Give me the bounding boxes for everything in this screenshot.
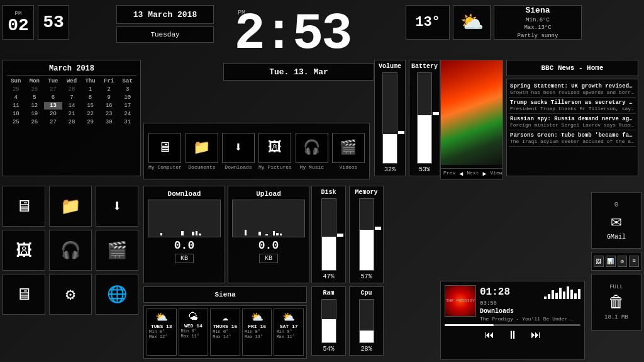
- cal-day[interactable]: 1: [81, 86, 99, 93]
- cal-day[interactable]: 21: [63, 110, 81, 118]
- cal-day[interactable]: 28: [63, 86, 81, 93]
- cpu-label: Cpu: [360, 290, 372, 297]
- desktop-icon-box: ⬇: [222, 133, 255, 163]
- cal-day[interactable]: 12: [26, 102, 44, 110]
- calendar-widget: March 2018 SunMonTueWedThuFriSat25262728…: [3, 60, 141, 176]
- cal-day[interactable]: 18: [7, 110, 25, 118]
- cal-day[interactable]: 9: [100, 94, 118, 101]
- desktop-icon-my-pictures[interactable]: 🖼 My Pictures: [258, 133, 292, 170]
- net-bar: [181, 231, 184, 235]
- side-icon-settings[interactable]: ⚙: [49, 274, 92, 315]
- viz-bar: [552, 290, 554, 299]
- news-headline: Trump sacks Tillerson as secretary of st…: [510, 99, 635, 106]
- forecast-day-name: TUES 13: [151, 324, 172, 329]
- cal-day[interactable]: 6: [44, 94, 62, 101]
- music-total-time: 03:56: [480, 300, 580, 307]
- cal-day[interactable]: 8: [81, 94, 99, 101]
- cal-day[interactable]: 14: [63, 102, 81, 110]
- desktop-icon-my-music[interactable]: 🎧 My Music: [296, 133, 328, 170]
- news-item[interactable]: Trump sacks Tillerson as secretary of st…: [509, 98, 636, 114]
- ram-value: 54%: [323, 346, 334, 353]
- cal-day[interactable]: 24: [118, 110, 136, 118]
- viz-bar: [563, 291, 565, 299]
- cal-day[interactable]: 11: [7, 102, 25, 110]
- forecast-title-widget: Siena: [143, 286, 307, 303]
- music-top-row: THE PRODIGY 01:28 03:56 Downloads The Pr…: [445, 285, 580, 322]
- cal-day[interactable]: 4: [7, 94, 25, 101]
- mini-widget-1[interactable]: 🖼: [594, 256, 604, 267]
- next-btn[interactable]: Next: [467, 170, 479, 178]
- cal-day[interactable]: 29: [81, 118, 99, 126]
- side-icon-photos[interactable]: 🖼: [3, 230, 45, 271]
- side-icon-music[interactable]: 🎧: [49, 230, 92, 271]
- prev-btn[interactable]: Prev: [443, 170, 455, 178]
- cal-day[interactable]: 10: [118, 94, 136, 101]
- cal-day[interactable]: 27: [44, 118, 62, 126]
- hour-widget: PM 02: [3, 5, 34, 40]
- trash-full-label: FULL: [609, 284, 623, 290]
- memory-label: Memory: [355, 189, 377, 196]
- music-progress-bar: [445, 324, 580, 326]
- cal-day[interactable]: 15: [81, 102, 99, 110]
- battery-value: 53%: [419, 166, 430, 173]
- cal-day[interactable]: 25: [7, 86, 25, 93]
- side-icon-download[interactable]: ⬇: [96, 186, 138, 227]
- news-item[interactable]: Parsons Green: Tube bomb 'became fantasy…: [509, 130, 636, 147]
- desktop-icon-box: 🎧: [296, 133, 328, 163]
- net-bar: [245, 230, 247, 235]
- cal-day[interactable]: 17: [118, 102, 136, 110]
- desktop-icon-my-computer[interactable]: 🖥 My Computer: [148, 133, 182, 170]
- next-track-btn[interactable]: ⏭: [531, 329, 541, 341]
- cal-day[interactable]: 26: [26, 86, 44, 93]
- side-icon-computer[interactable]: 🖥: [3, 186, 45, 227]
- desktop-icon-downloads[interactable]: ⬇ Downloads: [222, 133, 255, 170]
- cal-day[interactable]: 5: [26, 94, 44, 101]
- cal-day[interactable]: 23: [100, 110, 118, 118]
- news-item[interactable]: Russian spy: Russia demand nerve agent s…: [509, 114, 636, 130]
- prev-track-btn[interactable]: ⏮: [484, 329, 494, 341]
- disk-bar-track: [321, 198, 336, 271]
- desktop-icon-videos[interactable]: 🎬 Videos: [332, 133, 365, 170]
- battery-bar-track: [417, 72, 432, 164]
- music-visualizer: [544, 285, 580, 299]
- ram-bar-track: [321, 299, 336, 343]
- volume-fill: [383, 134, 397, 163]
- nav-next-icon: ▶: [482, 170, 486, 178]
- music-time-row: 01:28: [480, 285, 580, 299]
- photo-image: [441, 60, 502, 165]
- weather-city: Siena: [525, 5, 550, 16]
- cal-day[interactable]: 20: [44, 110, 62, 118]
- side-icon-web[interactable]: 🌐: [96, 274, 138, 315]
- side-icon-video[interactable]: 🎬: [96, 230, 138, 271]
- side-icon-monitor[interactable]: 🖥: [3, 274, 45, 315]
- view-btn[interactable]: View: [490, 170, 502, 178]
- cal-day[interactable]: 3: [118, 86, 136, 93]
- mini-widget-3[interactable]: ⚙: [618, 256, 628, 267]
- minute-widget: 53: [38, 5, 69, 40]
- pause-btn[interactable]: ⏸: [507, 329, 518, 342]
- cal-day[interactable]: 7: [63, 94, 81, 101]
- memory-widget: Memory 57%: [349, 186, 384, 283]
- cal-day[interactable]: 22: [81, 110, 99, 118]
- gmail-widget[interactable]: 0 ✉ GMail: [591, 192, 641, 249]
- cal-day[interactable]: 30: [100, 118, 118, 126]
- mini-widget-4[interactable]: ≡: [629, 256, 639, 267]
- cal-day[interactable]: 31: [118, 118, 136, 126]
- download-unit: KB: [175, 254, 194, 263]
- cal-day[interactable]: 27: [44, 86, 62, 93]
- cal-day[interactable]: 28: [63, 118, 81, 126]
- cal-day[interactable]: 16: [100, 102, 118, 110]
- trash-size: 18.1 MB: [604, 314, 628, 320]
- desktop-icon-label: Videos: [340, 164, 358, 170]
- hour-display: 02: [8, 17, 29, 35]
- cal-day[interactable]: 26: [26, 118, 44, 126]
- news-item[interactable]: Spring Statement: UK growth revised upwa…: [509, 81, 636, 98]
- side-icon-folder[interactable]: 📁: [49, 186, 92, 227]
- cal-day[interactable]: 19: [26, 110, 44, 118]
- cal-day[interactable]: 2: [100, 86, 118, 93]
- mini-widget-2[interactable]: 📊: [606, 256, 616, 267]
- cal-day[interactable]: 25: [7, 118, 25, 126]
- cal-day[interactable]: 13: [44, 102, 62, 110]
- desktop-icon-documents[interactable]: 📁 Documents: [186, 133, 218, 170]
- trash-widget[interactable]: FULL 🗑 18.1 MB: [591, 274, 641, 331]
